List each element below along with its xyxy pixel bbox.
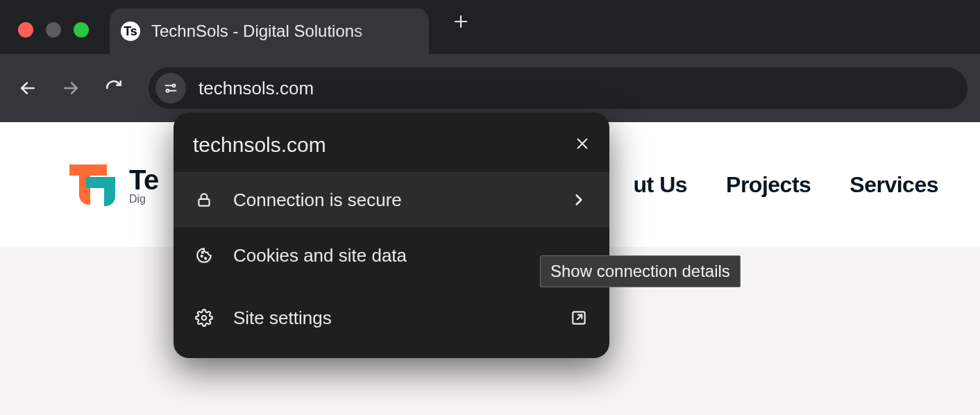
cookie-icon (194, 246, 214, 265)
back-button[interactable] (12, 73, 43, 103)
new-tab-button[interactable] (453, 10, 469, 35)
window-close-button[interactable] (18, 22, 33, 37)
site-info-close-button[interactable] (575, 136, 590, 154)
tab-title: TechnSols - Digital Solutions (151, 22, 403, 41)
plus-icon (453, 13, 469, 30)
close-icon (575, 136, 590, 151)
arrow-right-icon (62, 79, 80, 97)
window-controls (18, 22, 89, 37)
site-info-domain: technsols.com (193, 133, 326, 157)
window-zoom-button[interactable] (74, 22, 89, 37)
svg-point-14 (205, 257, 206, 259)
site-info-button[interactable] (155, 73, 186, 103)
reload-button[interactable] (99, 73, 129, 103)
connection-secure-label: Connection is secure (233, 189, 402, 211)
svg-point-15 (202, 252, 203, 253)
address-bar[interactable]: technsols.com (149, 67, 968, 109)
site-settings-row[interactable]: Site settings (174, 290, 609, 346)
forward-button[interactable] (56, 73, 86, 103)
tune-icon (163, 81, 178, 96)
nav-services[interactable]: Services (850, 172, 938, 198)
svg-point-16 (202, 316, 207, 321)
tab-favicon: Ts (121, 22, 140, 41)
window-minimize-button[interactable] (46, 22, 61, 37)
svg-point-7 (173, 85, 176, 87)
brand-name: Te (129, 164, 159, 196)
svg-point-9 (167, 90, 169, 92)
address-text: technsols.com (198, 78, 314, 99)
tooltip: Show connection details (540, 255, 741, 287)
browser-tab[interactable]: Ts TechnSols - Digital Solutions (110, 8, 429, 54)
nav-projects[interactable]: Projects (726, 172, 811, 198)
chevron-right-icon (569, 190, 589, 210)
brand-tagline: Dig (129, 193, 159, 205)
gear-icon (194, 308, 214, 328)
svg-rect-12 (198, 199, 209, 206)
reload-icon (105, 79, 123, 97)
svg-point-13 (201, 255, 203, 257)
nav-about[interactable]: ut Us (634, 172, 688, 198)
open-external-icon (569, 308, 589, 328)
brand-logo-icon (69, 160, 118, 209)
connection-secure-row[interactable]: Connection is secure (174, 172, 609, 228)
lock-icon (194, 190, 214, 210)
tab-strip: Ts TechnSols - Digital Solutions (0, 0, 980, 54)
arrow-left-icon (19, 79, 37, 97)
brand[interactable]: Te Dig (69, 160, 159, 209)
site-settings-label: Site settings (233, 307, 332, 329)
primary-nav: ut Us Projects Services (634, 172, 938, 198)
site-info-popup: technsols.com Connection is secure Cooki… (174, 112, 609, 358)
cookies-label: Cookies and site data (233, 245, 407, 266)
